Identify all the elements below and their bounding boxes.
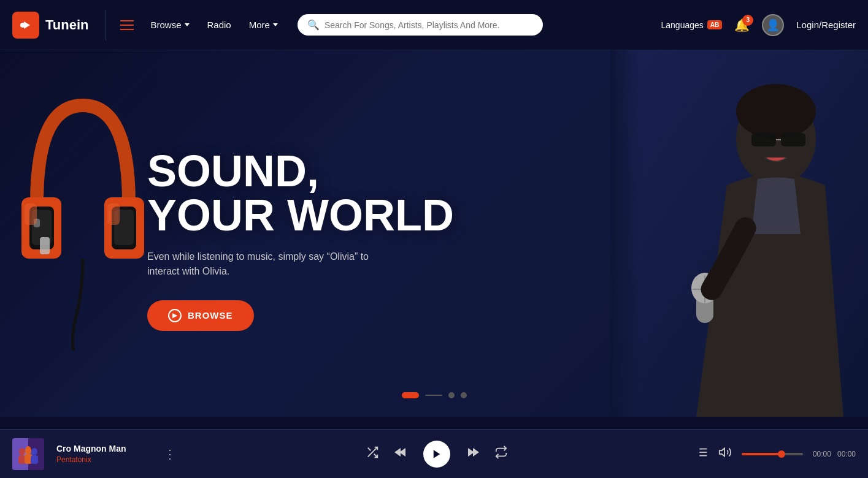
play-icon bbox=[431, 449, 442, 460]
album-art bbox=[12, 438, 44, 470]
player-right: 00:00 00:00 bbox=[695, 446, 856, 462]
hero-subtitle: Even while listening to music, simply sa… bbox=[147, 249, 380, 279]
hero-title: SOUND, YOUR WORLD bbox=[147, 149, 454, 237]
volume-icon bbox=[718, 446, 732, 459]
browse-nav-button[interactable]: Browse bbox=[143, 15, 196, 35]
svg-point-28 bbox=[25, 446, 31, 455]
search-input-wrap[interactable]: 🔍 bbox=[298, 14, 543, 36]
more-nav-button[interactable]: More bbox=[242, 15, 285, 35]
main-nav: Browse Radio More bbox=[143, 15, 285, 35]
volume-button[interactable] bbox=[718, 446, 732, 462]
chevron-down-icon bbox=[185, 23, 190, 26]
rewind-button[interactable] bbox=[394, 445, 409, 463]
radio-nav-button[interactable]: Radio bbox=[200, 15, 239, 35]
player-menu-button[interactable]: ⋮ bbox=[161, 444, 179, 465]
logo-icon bbox=[12, 12, 39, 39]
play-button[interactable] bbox=[423, 441, 450, 468]
hamburger-line bbox=[120, 29, 134, 30]
carousel-dot-2[interactable] bbox=[425, 395, 442, 396]
search-bar: 🔍 bbox=[298, 14, 543, 36]
svg-point-27 bbox=[19, 448, 25, 455]
hero-content: SOUND, YOUR WORLD Even while listening t… bbox=[0, 137, 454, 331]
singer-silhouette bbox=[610, 50, 868, 417]
svg-rect-17 bbox=[781, 133, 805, 146]
language-ab-badge: AB bbox=[707, 20, 722, 29]
chevron-down-icon bbox=[273, 23, 278, 26]
logo-text: Tunein bbox=[45, 17, 88, 33]
languages-label: Languages bbox=[661, 20, 704, 30]
loop-button[interactable] bbox=[494, 446, 508, 462]
browse-button[interactable]: ▶ BROWSE bbox=[147, 300, 254, 331]
hamburger-line bbox=[120, 25, 134, 26]
svg-point-2 bbox=[20, 23, 25, 28]
volume-thumb bbox=[778, 450, 785, 458]
loop-icon bbox=[494, 446, 508, 459]
carousel-dot-3[interactable] bbox=[448, 392, 455, 398]
volume-slider[interactable] bbox=[742, 453, 803, 455]
player-track-artist: Pentatonix bbox=[56, 455, 148, 464]
fast-forward-button[interactable] bbox=[465, 445, 480, 463]
hamburger-button[interactable] bbox=[117, 17, 137, 33]
shuffle-icon bbox=[366, 446, 379, 459]
rewind-icon bbox=[394, 445, 409, 460]
hamburger-line bbox=[120, 20, 134, 21]
svg-marker-35 bbox=[434, 450, 440, 458]
header: Tunein Browse Radio More 🔍 Languages AB bbox=[0, 0, 868, 50]
player-controls bbox=[191, 441, 683, 468]
shuffle-button[interactable] bbox=[366, 446, 379, 462]
search-input[interactable] bbox=[325, 20, 533, 30]
header-right: Languages AB 🔔 3 👤 Login/Register bbox=[661, 14, 856, 36]
carousel-dot-1[interactable] bbox=[402, 392, 419, 398]
player-track-info: Cro Magnon Man Pentatonix bbox=[56, 444, 148, 464]
svg-rect-32 bbox=[31, 455, 38, 464]
player-track-name: Cro Magnon Man bbox=[56, 444, 148, 453]
play-circle-icon: ▶ bbox=[168, 309, 182, 322]
svg-rect-16 bbox=[751, 133, 776, 146]
carousel-dots bbox=[402, 392, 467, 398]
languages-button[interactable]: Languages AB bbox=[661, 20, 723, 30]
time-display: 00:00 00:00 bbox=[813, 450, 856, 458]
svg-marker-44 bbox=[720, 449, 724, 457]
user-icon: 👤 bbox=[766, 18, 780, 32]
hero-section: SOUND, YOUR WORLD Even while listening t… bbox=[0, 50, 868, 417]
player-bar: Cro Magnon Man Pentatonix ⋮ bbox=[0, 429, 868, 478]
player-track-art bbox=[12, 438, 44, 470]
queue-icon bbox=[695, 446, 709, 459]
svg-point-29 bbox=[31, 448, 37, 455]
svg-point-15 bbox=[736, 84, 816, 139]
login-register-button[interactable]: Login/Register bbox=[796, 20, 856, 30]
logo-area: Tunein bbox=[12, 12, 88, 39]
user-avatar[interactable]: 👤 bbox=[762, 14, 784, 36]
search-icon: 🔍 bbox=[307, 19, 320, 31]
notification-badge: 3 bbox=[742, 15, 753, 26]
header-divider bbox=[106, 10, 106, 40]
carousel-dot-4[interactable] bbox=[461, 392, 467, 398]
svg-marker-34 bbox=[394, 448, 401, 457]
singer-figure bbox=[610, 50, 868, 417]
queue-button[interactable] bbox=[695, 446, 709, 462]
fast-forward-icon bbox=[465, 445, 480, 460]
notification-button[interactable]: 🔔 3 bbox=[734, 18, 750, 32]
svg-rect-23 bbox=[610, 50, 684, 417]
svg-marker-37 bbox=[473, 448, 479, 457]
